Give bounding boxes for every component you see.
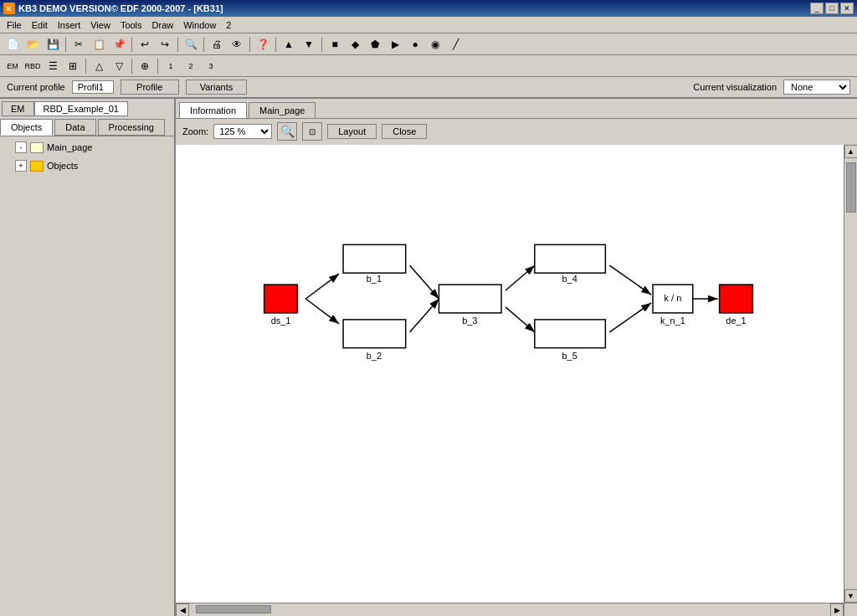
tree-item-mainpage[interactable]: - Main_page [15, 140, 171, 155]
window-title: KB3 DEMO VERSION© EDF 2000-2007 - [KB31] [18, 3, 223, 13]
app-icon: K [3, 3, 15, 14]
sep-10 [157, 59, 158, 74]
node-b3[interactable] [439, 285, 501, 313]
tab-mainpage[interactable]: Main_page [249, 102, 316, 118]
sep-4 [203, 37, 204, 52]
shape1-btn[interactable]: ■ [326, 35, 344, 54]
zoom-magnify-btn[interactable]: 🔍 [277, 122, 297, 141]
node-b5[interactable] [535, 320, 606, 348]
conn-b3-b4 [505, 265, 535, 290]
sep-2 [131, 37, 132, 52]
shape4-btn[interactable]: ▶ [386, 35, 404, 54]
sep-5 [249, 37, 250, 52]
shape2-btn[interactable]: ◆ [346, 35, 364, 54]
t2-btn[interactable]: RBD [23, 57, 42, 75]
toolbar-2: EM RBD ☰ ⊞ △ ▽ ⊕ 1 2 3 [0, 55, 857, 77]
label-kn1: k_n_1 [660, 316, 685, 326]
tab-objects[interactable]: Objects [0, 119, 53, 136]
profile-bar: Current profile Profil1 Profile Variants… [0, 77, 857, 99]
shape5-btn[interactable]: ● [406, 35, 424, 54]
label-de1: de_1 [726, 316, 746, 326]
zoom-fit-btn[interactable]: ⊡ [302, 122, 322, 141]
menu-view[interactable]: View [85, 18, 115, 32]
t7-btn[interactable]: ⊕ [136, 57, 154, 75]
node-b1[interactable] [343, 244, 406, 273]
t6-btn[interactable]: ▽ [110, 57, 128, 75]
close-button[interactable]: ✕ [840, 3, 854, 14]
canvas-toolbar: Zoom: 125 % 50 % 75 % 100 % 150 % 200 % … [176, 119, 857, 145]
t5-btn[interactable]: △ [90, 57, 108, 75]
sep-3 [177, 37, 178, 52]
left-panel: EM RBD_Example_01 Objects Data Processin… [0, 99, 176, 616]
t4-btn[interactable]: ⊞ [64, 57, 82, 75]
find-btn[interactable]: 🔍 [182, 35, 200, 54]
t10-btn[interactable]: 3 [202, 57, 220, 75]
menu-2[interactable]: 2 [221, 18, 236, 32]
zoom-select[interactable]: 125 % 50 % 75 % 100 % 150 % 200 % [213, 124, 272, 139]
h-scrollbar[interactable]: ◀ ▶ [176, 603, 844, 616]
tree-label-objects: Objects [47, 161, 78, 171]
print-prev-btn[interactable]: 👁 [228, 35, 246, 54]
shape6-btn[interactable]: ◉ [426, 35, 444, 54]
close-button[interactable]: Close [382, 124, 427, 139]
profile-button[interactable]: Profile [121, 80, 179, 95]
menu-file[interactable]: File [2, 18, 27, 32]
t9-btn[interactable]: 2 [182, 57, 200, 75]
paste-btn[interactable]: 📌 [110, 35, 128, 54]
h-scroll-thumb[interactable] [196, 605, 271, 613]
v-scroll-up[interactable]: ▲ [844, 145, 858, 158]
copy-btn[interactable]: 📋 [90, 35, 108, 54]
node-de1[interactable] [720, 285, 753, 313]
label-b1: b_1 [367, 274, 382, 284]
current-profile-label: Current profile [7, 82, 65, 92]
maximize-button[interactable]: □ [825, 3, 839, 14]
print-btn[interactable]: 🖨 [208, 35, 226, 54]
header-tab-rbd[interactable]: RBD_Example_01 [34, 101, 129, 116]
help-btn[interactable]: ❓ [254, 35, 272, 54]
v-scroll-thumb[interactable] [846, 162, 856, 213]
undo-btn[interactable]: ↩ [136, 35, 154, 54]
title-controls: _ □ ✕ [810, 3, 854, 14]
menu-window[interactable]: Window [178, 18, 221, 32]
menu-draw[interactable]: Draw [147, 18, 179, 32]
tab-processing[interactable]: Processing [98, 119, 165, 136]
t3-btn[interactable]: ☰ [44, 57, 62, 75]
layout-button[interactable]: Layout [327, 124, 377, 139]
save-btn[interactable]: 💾 [44, 35, 62, 54]
h-scroll-right[interactable]: ▶ [830, 603, 844, 617]
tree-item-objects[interactable]: + Objects [15, 158, 171, 173]
conn-b3-b5 [505, 307, 535, 332]
node-b2[interactable] [343, 320, 406, 348]
arrow-up-btn[interactable]: ▲ [280, 35, 298, 54]
sep-7 [321, 37, 322, 52]
node-b4[interactable] [535, 244, 606, 273]
minimize-button[interactable]: _ [810, 3, 824, 14]
menu-edit[interactable]: Edit [27, 18, 53, 32]
variants-button[interactable]: Variants [186, 80, 248, 95]
title-bar: K KB3 DEMO VERSION© EDF 2000-2007 - [KB3… [0, 0, 857, 17]
shape3-btn[interactable]: ⬟ [366, 35, 384, 54]
label-b2: b_2 [367, 351, 382, 361]
header-tab-em[interactable]: EM [2, 101, 34, 116]
cut-btn[interactable]: ✂ [69, 35, 88, 54]
t8-btn[interactable]: 1 [162, 57, 180, 75]
conn-ds1-b2 [305, 299, 339, 324]
tab-data[interactable]: Data [54, 119, 95, 136]
redo-btn[interactable]: ↪ [156, 35, 174, 54]
canvas-area[interactable]: ds_1 b_1 b_2 b_3 b_4 b_5 [176, 145, 844, 603]
open-btn[interactable]: 📂 [23, 35, 42, 54]
tree-expander-mainpage[interactable]: - [15, 141, 27, 153]
h-scroll-left[interactable]: ◀ [176, 603, 189, 617]
arrow-down-btn[interactable]: ▼ [300, 35, 318, 54]
tree-expander-objects[interactable]: + [15, 160, 27, 172]
menu-insert[interactable]: Insert [53, 18, 86, 32]
tab-information[interactable]: Information [179, 102, 247, 118]
t1-btn[interactable]: EM [3, 57, 22, 75]
new-btn[interactable]: 📄 [3, 35, 22, 54]
v-scrollbar[interactable]: ▲ ▼ [844, 145, 857, 603]
vis-select[interactable]: None [783, 80, 850, 95]
line-btn[interactable]: ╱ [446, 35, 464, 54]
node-ds1[interactable] [264, 285, 298, 313]
v-scroll-down[interactable]: ▼ [844, 589, 858, 603]
menu-tools[interactable]: Tools [115, 18, 147, 32]
